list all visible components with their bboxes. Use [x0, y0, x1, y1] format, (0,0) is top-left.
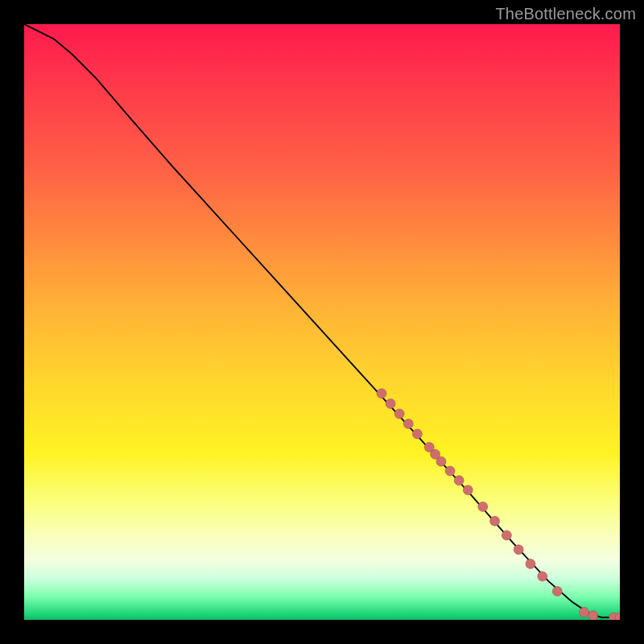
data-point [580, 607, 589, 617]
data-point [386, 398, 395, 408]
data-point [552, 587, 562, 597]
data-point [538, 572, 547, 581]
data-point [377, 389, 386, 398]
plot-area [24, 24, 620, 620]
data-point [436, 456, 446, 466]
data-points [377, 389, 620, 620]
data-point [463, 485, 473, 495]
data-point [403, 419, 413, 429]
data-point [588, 611, 598, 620]
data-point [394, 409, 404, 419]
watermark-text: TheBottleneck.com [495, 5, 636, 23]
data-point [478, 502, 488, 511]
data-point [514, 545, 523, 555]
data-point [412, 429, 422, 439]
data-point [490, 516, 500, 526]
data-point [454, 476, 464, 485]
data-point [526, 559, 535, 568]
chart-svg [24, 24, 620, 620]
data-point [445, 466, 455, 476]
data-point [502, 530, 511, 540]
chart-frame: TheBottleneck.com [0, 0, 644, 644]
bottleneck-curve [24, 24, 620, 617]
